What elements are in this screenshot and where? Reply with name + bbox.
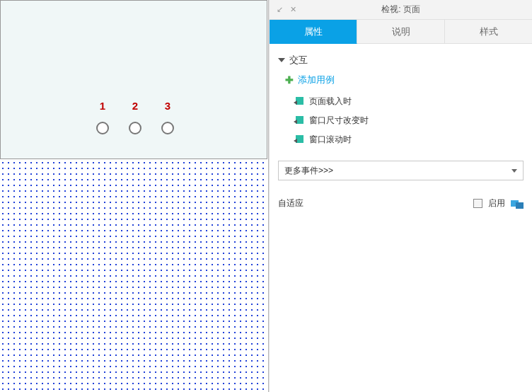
more-events-label: 更多事件>>> [284, 165, 333, 177]
adaptive-enable-checkbox[interactable] [473, 199, 482, 208]
radio-button[interactable] [161, 122, 174, 134]
event-icon [294, 135, 303, 145]
chevron-down-icon [511, 169, 517, 173]
adaptive-settings-icon[interactable] [511, 199, 524, 209]
adaptive-row: 自适应 启用 [270, 197, 532, 209]
radio-label: 1 [100, 100, 105, 112]
radio-label: 2 [132, 100, 138, 112]
add-case-button[interactable]: ✚ 添加用例 [270, 69, 532, 91]
adaptive-enable-label: 启用 [488, 197, 505, 209]
canvas-grid [0, 160, 268, 392]
event-icon [294, 97, 303, 107]
svg-rect-4 [516, 202, 524, 209]
event-list: 页面载入时 窗口尺寸改变时 窗口滚动时 [270, 91, 532, 156]
plus-icon: ✚ [285, 74, 294, 86]
radio-item: 2 [129, 100, 141, 134]
event-label: 窗口滚动时 [309, 134, 352, 146]
event-icon [294, 116, 303, 126]
radio-item: 1 [96, 100, 109, 134]
canvas-frame[interactable]: 1 2 3 [0, 0, 267, 159]
chevron-down-icon [278, 58, 285, 62]
add-case-label: 添加用例 [298, 74, 335, 86]
radio-label: 3 [165, 100, 170, 112]
tab-bar: 属性 说明 样式 [270, 20, 532, 44]
event-label: 窗口尺寸改变时 [309, 115, 369, 127]
section-label: 交互 [289, 54, 308, 67]
tab-properties[interactable]: 属性 [270, 20, 357, 44]
section-interactions[interactable]: 交互 [270, 51, 532, 69]
radio-item: 3 [161, 100, 174, 134]
event-page-load[interactable]: 页面载入时 [294, 92, 532, 111]
event-window-resize[interactable]: 窗口尺寸改变时 [294, 111, 532, 130]
radio-group: 1 2 3 [96, 100, 174, 134]
radio-button[interactable] [96, 122, 109, 134]
radio-button[interactable] [129, 122, 141, 134]
panel-body: 交互 ✚ 添加用例 页面载入时 窗口尺寸改变时 [270, 44, 532, 392]
tab-notes[interactable]: 说明 [357, 20, 445, 44]
event-label: 页面载入时 [309, 96, 352, 108]
tab-style[interactable]: 样式 [445, 20, 532, 44]
close-icon[interactable]: ✕ [290, 5, 296, 14]
more-events-dropdown[interactable]: 更多事件>>> [278, 161, 524, 180]
adaptive-label: 自适应 [278, 197, 303, 209]
event-window-scroll[interactable]: 窗口滚动时 [294, 130, 532, 149]
design-canvas[interactable]: 1 2 3 [0, 0, 269, 392]
panel-title: 检视: 页面 [381, 4, 420, 16]
panel-header: ↙ ✕ 检视: 页面 [270, 0, 532, 20]
collapse-icon[interactable]: ↙ [277, 5, 283, 14]
inspector-panel: ↙ ✕ 检视: 页面 属性 说明 样式 交互 ✚ 添加用例 页面载入时 [269, 0, 532, 392]
